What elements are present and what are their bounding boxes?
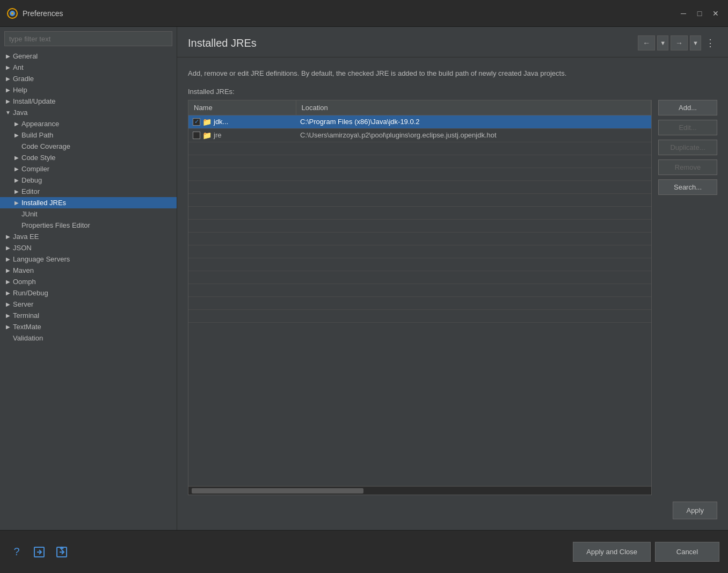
sidebar-item-installed-jres[interactable]: ▶ Installed JREs (0, 197, 177, 208)
forward-dropdown[interactable]: ▼ (690, 35, 701, 50)
expand-arrow: ▶ (4, 86, 12, 94)
sidebar-item-json[interactable]: ▶ JSON (0, 242, 177, 253)
table-row[interactable]: 📁 jdk... C:\Program Files (x86)\Java\jdk… (188, 115, 651, 128)
expand-arrow: ▶ (4, 53, 12, 60)
jre-name: jdk... (214, 118, 228, 126)
sidebar-item-label: General (13, 52, 38, 60)
sidebar-item-code-coverage[interactable]: ▶ Code Coverage (0, 141, 177, 152)
sidebar-item-label: Java EE (13, 233, 39, 241)
edit-button[interactable]: Edit... (658, 120, 717, 135)
export-button[interactable] (54, 544, 70, 560)
jres-label: Installed JREs: (188, 88, 717, 96)
tree-container[interactable]: ▶ General ▶ Ant ▶ Gradle ▶ Help ▶ Instal… (0, 50, 177, 530)
sidebar-item-java[interactable]: ▼ Java (0, 107, 177, 118)
expand-arrow: ▶ (4, 256, 12, 263)
import-button[interactable] (31, 544, 47, 560)
apply-button[interactable]: Apply (673, 502, 717, 519)
more-options-button[interactable]: ⋮ (703, 37, 717, 49)
jres-content-row: Name Location 📁 (188, 100, 717, 496)
sidebar-item-code-style[interactable]: ▶ Code Style (0, 152, 177, 163)
sidebar-item-java-ee[interactable]: ▶ Java EE (0, 231, 177, 242)
sidebar-item-label: Debug (21, 176, 42, 184)
sidebar-item-label: TextMate (13, 323, 41, 331)
window-title: Preferences (23, 9, 678, 18)
expand-arrow: ▼ (4, 109, 12, 117)
app-icon (6, 8, 18, 19)
sidebar-item-validation[interactable]: ▶ Validation (0, 332, 177, 344)
table-scrollbar[interactable] (192, 488, 363, 494)
maximize-button[interactable]: □ (694, 8, 705, 19)
table-row-empty (188, 155, 651, 168)
table-row-empty (188, 232, 651, 245)
search-button[interactable]: Search... (658, 179, 717, 195)
expand-arrow: ▶ (4, 301, 12, 308)
sidebar-item-label: JSON (13, 244, 32, 252)
sidebar-item-general[interactable]: ▶ General (0, 50, 177, 62)
sidebar-item-gradle[interactable]: ▶ Gradle (0, 73, 177, 84)
jre-name-cell: 📁 jdk... (188, 115, 296, 128)
sidebar-item-textmate[interactable]: ▶ TextMate (0, 321, 177, 332)
back-dropdown[interactable]: ▼ (657, 35, 668, 50)
right-panel: Installed JREs ← ▼ → ▼ ⋮ Add, remove or … (177, 27, 728, 530)
sidebar-item-help[interactable]: ▶ Help (0, 84, 177, 96)
expand-arrow: ▶ (4, 289, 12, 297)
description-text: Add, remove or edit JRE definitions. By … (188, 68, 717, 79)
sidebar-item-label: Maven (13, 266, 34, 274)
jre-checkbox[interactable] (193, 118, 200, 126)
sidebar-item-label: Run/Debug (13, 289, 48, 297)
minimize-button[interactable]: ─ (678, 8, 689, 19)
expand-arrow: ▶ (4, 98, 12, 105)
sidebar-item-ant[interactable]: ▶ Ant (0, 62, 177, 73)
sidebar-item-label: Terminal (13, 311, 39, 320)
back-button[interactable]: ← (638, 35, 655, 50)
sidebar-item-install-update[interactable]: ▶ Install/Update (0, 96, 177, 107)
sidebar-item-compiler[interactable]: ▶ Compiler (0, 163, 177, 175)
sidebar-item-label: Code Style (21, 154, 56, 162)
sidebar-item-label: Editor (21, 187, 40, 195)
duplicate-button[interactable]: Duplicate... (658, 140, 717, 155)
table-row-empty (188, 193, 651, 206)
jre-checkbox[interactable] (193, 132, 200, 139)
panel-header: Installed JREs ← ▼ → ▼ ⋮ (177, 27, 728, 57)
sidebar-item-terminal[interactable]: ▶ Terminal (0, 310, 177, 321)
add-button[interactable]: Add... (658, 100, 717, 115)
sidebar-item-label: Code Coverage (21, 142, 70, 150)
jre-name-cell: 📁 jre (188, 128, 296, 142)
sidebar-item-debug[interactable]: ▶ Debug (0, 175, 177, 186)
window-controls: ─ □ ✕ (678, 8, 722, 19)
help-button[interactable]: ? (9, 544, 25, 560)
close-button[interactable]: ✕ (710, 8, 722, 19)
expand-arrow: ▶ (13, 120, 20, 128)
sidebar-item-language-servers[interactable]: ▶ Language Servers (0, 253, 177, 265)
expand-arrow: ▶ (4, 278, 12, 286)
table-row-empty (188, 296, 651, 309)
sidebar-item-label: Gradle (13, 75, 34, 83)
jres-scroll-area[interactable]: Name Location 📁 (188, 100, 651, 487)
sidebar-item-build-path[interactable]: ▶ Build Path (0, 129, 177, 141)
table-row[interactable]: 📁 jre C:\Users\amirzoya\.p2\pool\plugins… (188, 128, 651, 142)
cancel-button[interactable]: Cancel (655, 542, 719, 562)
expand-arrow: ▶ (13, 188, 20, 195)
sidebar-item-junit[interactable]: ▶ JUnit (0, 208, 177, 220)
filter-input[interactable] (4, 31, 172, 46)
remove-button[interactable]: Remove (658, 159, 717, 175)
sidebar-item-oomph[interactable]: ▶ Oomph (0, 276, 177, 287)
sidebar-item-label: Ant (13, 63, 24, 71)
sidebar-item-editor[interactable]: ▶ Editor (0, 186, 177, 197)
bottom-bar: ? Apply and Close Cancel (0, 530, 728, 573)
sidebar-item-maven[interactable]: ▶ Maven (0, 265, 177, 276)
table-scrollbar-container (188, 486, 651, 495)
jre-location: C:\Users\amirzoya\.p2\pool\plugins\org.e… (296, 128, 651, 142)
expand-arrow: ▶ (4, 233, 12, 241)
col-location: Location (296, 100, 651, 115)
sidebar-item-run-debug[interactable]: ▶ Run/Debug (0, 287, 177, 299)
jre-icon: 📁 (202, 118, 212, 126)
forward-button[interactable]: → (671, 35, 688, 50)
apply-and-close-button[interactable]: Apply and Close (573, 542, 651, 562)
sidebar-item-appearance[interactable]: ▶ Appearance (0, 118, 177, 129)
sidebar-item-properties-files-editor[interactable]: ▶ Properties Files Editor (0, 220, 177, 231)
sidebar-item-label: Appearance (21, 120, 59, 128)
sidebar-item-server[interactable]: ▶ Server (0, 299, 177, 310)
main-container: ▶ General ▶ Ant ▶ Gradle ▶ Help ▶ Instal… (0, 27, 728, 530)
jres-table: Name Location 📁 (188, 100, 651, 323)
